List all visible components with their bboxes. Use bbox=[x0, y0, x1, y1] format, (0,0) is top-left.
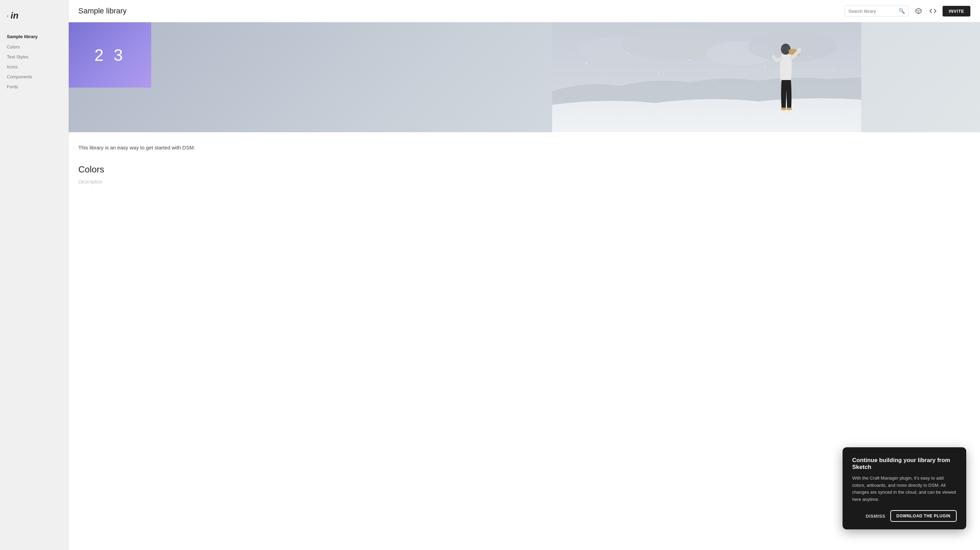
search-box[interactable]: 🔍 bbox=[845, 5, 909, 16]
svg-point-21 bbox=[713, 80, 714, 81]
colors-section: Colors Description bbox=[69, 157, 980, 191]
svg-point-15 bbox=[733, 49, 735, 51]
download-plugin-button[interactable]: DOWNLOAD THE PLUGIN bbox=[890, 510, 957, 522]
svg-point-20 bbox=[658, 73, 659, 75]
snow-scene bbox=[433, 22, 980, 132]
sidebar-item-text-styles[interactable]: Text Styles bbox=[0, 52, 68, 62]
svg-point-17 bbox=[809, 56, 810, 57]
colors-description: Description bbox=[78, 179, 970, 184]
svg-point-11 bbox=[786, 108, 792, 110]
description-text: This library is an easy way to get start… bbox=[78, 145, 970, 151]
svg-point-18 bbox=[833, 70, 834, 71]
svg-point-12 bbox=[585, 63, 587, 64]
header-actions: 🔍 INVITE bbox=[845, 5, 970, 16]
sidebar-item-icons[interactable]: Icons bbox=[0, 62, 68, 72]
svg-point-10 bbox=[781, 108, 786, 110]
code-icon bbox=[929, 8, 936, 14]
chevron-left-icon: ‹ bbox=[7, 13, 9, 19]
hero-color-box: 2 3 bbox=[69, 22, 151, 87]
sidebar-item-fonts[interactable]: Fonts bbox=[0, 82, 68, 92]
header: Sample library 🔍 INVITE bbox=[69, 0, 980, 22]
hero-number: 2 3 bbox=[94, 46, 126, 65]
search-input[interactable] bbox=[848, 9, 897, 14]
search-icon: 🔍 bbox=[899, 8, 905, 14]
svg-point-19 bbox=[606, 77, 608, 78]
svg-rect-8 bbox=[781, 47, 785, 50]
sidebar-item-colors[interactable]: Colors bbox=[0, 42, 68, 52]
sidebar: ‹ in Sample library Colors Text Styles I… bbox=[0, 0, 69, 550]
svg-rect-9 bbox=[786, 47, 789, 50]
sidebar-item-components[interactable]: Components bbox=[0, 72, 68, 82]
popup-body: With the Craft Manager plugin, it's easy… bbox=[852, 475, 957, 503]
dismiss-button[interactable]: DISMISS bbox=[866, 513, 886, 519]
sketch-popup: Continue building your library from Sket… bbox=[843, 447, 966, 529]
gem-icon-button[interactable] bbox=[914, 6, 923, 16]
description-section: This library is an easy way to get start… bbox=[69, 132, 980, 157]
page-title: Sample library bbox=[78, 6, 845, 16]
svg-point-14 bbox=[689, 59, 690, 61]
invite-button[interactable]: INVITE bbox=[943, 6, 970, 16]
popup-title: Continue building your library from Sket… bbox=[852, 457, 957, 471]
code-icon-button[interactable] bbox=[928, 6, 938, 16]
svg-point-16 bbox=[764, 66, 765, 68]
sidebar-logo[interactable]: ‹ in bbox=[0, 7, 68, 31]
gem-icon bbox=[915, 8, 922, 14]
colors-heading: Colors bbox=[78, 164, 970, 175]
hero-banner: 2 3 bbox=[69, 22, 980, 132]
logo-text: in bbox=[11, 10, 19, 21]
svg-point-13 bbox=[627, 53, 628, 54]
popup-actions: DISMISS DOWNLOAD THE PLUGIN bbox=[852, 510, 957, 522]
sidebar-section-title[interactable]: Sample library bbox=[0, 31, 68, 42]
